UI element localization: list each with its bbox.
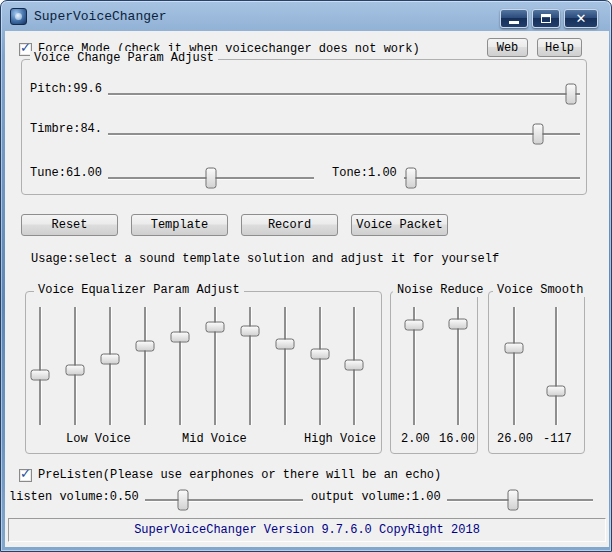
listen-volume-slider[interactable]: [145, 489, 303, 511]
output-volume-track: [447, 499, 593, 501]
eq-slider-9-track: [319, 307, 321, 425]
output-volume-slider[interactable]: [447, 489, 593, 511]
noise-slider-1-thumb[interactable]: [405, 319, 424, 330]
web-button[interactable]: Web: [487, 38, 528, 57]
record-button[interactable]: Record: [241, 214, 338, 236]
equalizer-group-title: Voice Equalizer Param Adjust: [34, 283, 244, 297]
smooth-value-2: -117: [543, 432, 572, 446]
close-button[interactable]: ✕: [564, 9, 598, 28]
timbre-slider-track: [108, 133, 580, 135]
eq-slider-7-thumb[interactable]: [241, 325, 260, 336]
listen-volume-thumb[interactable]: [177, 490, 188, 511]
high-voice-label: High Voice: [304, 432, 376, 446]
eq-slider-5-track: [179, 307, 181, 425]
status-bar: SuperVoiceChanger Version 9.7.6.0 CopyRi…: [8, 518, 606, 542]
noise-reduce-group: Noise Reduce 2.00 16.00: [390, 291, 478, 454]
timbre-slider[interactable]: [108, 123, 580, 145]
window-title: SuperVoiceChanger: [34, 9, 167, 24]
title-bar[interactable]: SuperVoiceChanger ✕: [1, 1, 611, 31]
app-window: SuperVoiceChanger ✕ ✓ Force Mode (check …: [0, 0, 612, 552]
output-volume-thumb[interactable]: [507, 490, 518, 511]
equalizer-group: Voice Equalizer Param Adjust: [25, 291, 382, 454]
timbre-label: Timbre:84.: [30, 122, 102, 136]
pitch-slider-track: [108, 93, 580, 95]
eq-slider-8-track: [284, 307, 286, 425]
noise-reduce-group-title: Noise Reduce: [393, 283, 487, 297]
mid-voice-label: Mid Voice: [182, 432, 247, 446]
eq-slider-7[interactable]: [238, 307, 262, 425]
eq-slider-3-track: [109, 307, 111, 425]
smooth-slider-1-track: [513, 307, 515, 425]
voice-smooth-group: Voice Smooth 26.00 -117: [488, 291, 585, 454]
eq-slider-1-thumb[interactable]: [31, 370, 50, 381]
app-icon: [10, 8, 27, 25]
noise-slider-2-thumb[interactable]: [449, 318, 468, 329]
tune-slider-thumb[interactable]: [206, 168, 217, 189]
smooth-slider-2-thumb[interactable]: [547, 385, 566, 396]
noise-slider-2[interactable]: [446, 307, 470, 425]
timbre-slider-thumb[interactable]: [532, 124, 543, 145]
maximize-button[interactable]: [532, 9, 560, 28]
tone-slider-thumb[interactable]: [406, 168, 417, 189]
smooth-slider-1-thumb[interactable]: [505, 343, 524, 354]
noise-value-2: 16.00: [439, 432, 475, 446]
pitch-slider-thumb[interactable]: [565, 84, 576, 105]
tune-label: Tune:61.00: [30, 166, 102, 180]
tone-slider[interactable]: [404, 167, 580, 189]
help-button[interactable]: Help: [537, 38, 582, 57]
eq-slider-8[interactable]: [273, 307, 297, 425]
smooth-slider-1[interactable]: [502, 307, 526, 425]
voice-packet-button[interactable]: Voice Packet: [351, 214, 448, 236]
noise-value-1: 2.00: [401, 432, 430, 446]
output-volume-label: output volume:1.00: [311, 490, 441, 504]
voice-change-group-title: Voice Change Param Adjust: [30, 51, 218, 65]
template-button[interactable]: Template: [131, 214, 228, 236]
eq-slider-10-thumb[interactable]: [345, 359, 364, 370]
tone-label: Tone:1.00: [332, 166, 397, 180]
eq-slider-10[interactable]: [342, 307, 366, 425]
eq-slider-9-thumb[interactable]: [311, 349, 330, 360]
eq-slider-2[interactable]: [63, 307, 87, 425]
pitch-label: Pitch:99.6: [30, 82, 102, 96]
window-controls: ✕: [500, 9, 598, 28]
smooth-slider-2-track: [555, 307, 557, 425]
eq-slider-4-thumb[interactable]: [136, 340, 155, 351]
eq-slider-6[interactable]: [203, 307, 227, 425]
eq-slider-9[interactable]: [308, 307, 332, 425]
minimize-icon: [509, 21, 519, 24]
eq-slider-5-thumb[interactable]: [171, 331, 190, 342]
smooth-slider-2[interactable]: [544, 307, 568, 425]
low-voice-label: Low Voice: [66, 432, 131, 446]
voice-smooth-group-title: Voice Smooth: [493, 283, 587, 297]
eq-slider-3[interactable]: [98, 307, 122, 425]
pitch-slider[interactable]: [108, 83, 580, 105]
minimize-button[interactable]: [500, 9, 528, 28]
eq-slider-3-thumb[interactable]: [101, 353, 120, 364]
listen-volume-label: listen volume:0.50: [9, 490, 139, 504]
prelisten-label: PreListen(Please use earphones or there …: [38, 468, 441, 482]
eq-slider-1[interactable]: [28, 307, 52, 425]
eq-slider-4[interactable]: [133, 307, 157, 425]
reset-button[interactable]: Reset: [21, 214, 118, 236]
check-icon: ✓: [20, 466, 31, 481]
usage-text: Usage:select a sound template solution a…: [31, 252, 499, 266]
eq-slider-5[interactable]: [168, 307, 192, 425]
tune-slider[interactable]: [108, 167, 314, 189]
listen-volume-track: [145, 499, 303, 501]
prelisten-checkbox[interactable]: ✓: [19, 469, 32, 482]
maximize-icon: [541, 14, 551, 23]
eq-slider-8-thumb[interactable]: [276, 338, 295, 349]
close-icon: ✕: [576, 12, 587, 25]
smooth-value-1: 26.00: [497, 432, 533, 446]
eq-slider-4-track: [144, 307, 146, 425]
tone-slider-track: [404, 177, 580, 179]
client-area: ✓ Force Mode (check it when voicechanger…: [5, 31, 609, 547]
eq-slider-2-thumb[interactable]: [66, 364, 85, 375]
eq-slider-1-track: [39, 307, 41, 425]
eq-slider-6-thumb[interactable]: [206, 322, 225, 333]
voice-change-group: Voice Change Param Adjust Pitch:99.6 Tim…: [21, 59, 587, 195]
noise-slider-1[interactable]: [402, 307, 426, 425]
